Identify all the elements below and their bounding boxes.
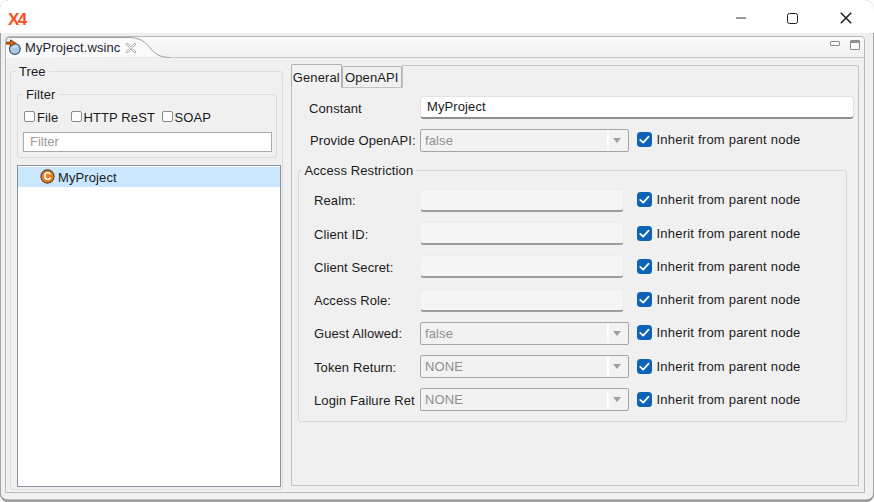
svg-text:C: C (43, 171, 51, 183)
